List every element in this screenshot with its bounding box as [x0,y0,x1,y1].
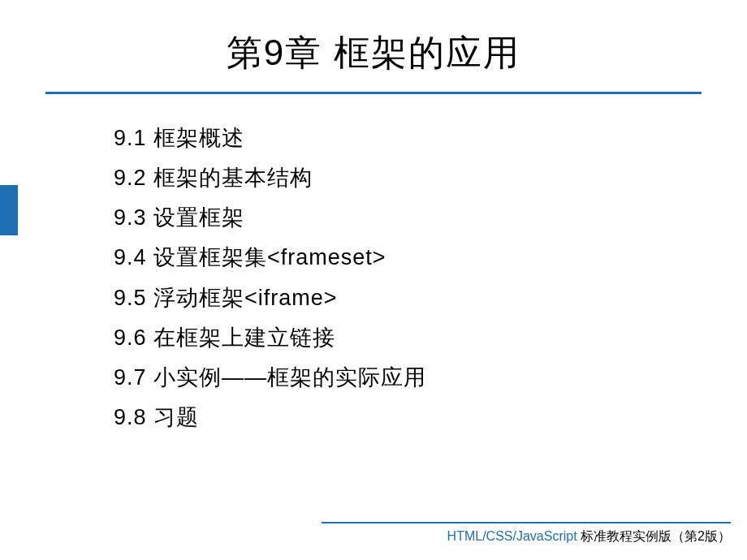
footer-text: HTML/CSS/JavaScript 标准教程实例版（第2版） [0,523,747,545]
footer-tail: 标准教程实例版（第2版） [577,529,731,543]
footer: HTML/CSS/JavaScript 标准教程实例版（第2版） [0,522,747,545]
toc-item: 9.2 框架的基本结构 [114,158,747,198]
footer-brand: HTML/CSS/JavaScript [447,529,577,543]
left-accent-bar [0,185,18,235]
toc-list: 9.1 框架概述 9.2 框架的基本结构 9.3 设置框架 9.4 设置框架集<… [0,94,747,437]
toc-item: 9.4 设置框架集<frameset> [114,238,747,278]
toc-item: 9.7 小实例——框架的实际应用 [114,358,747,398]
toc-item: 9.5 浮动框架<iframe> [114,278,747,318]
toc-item: 9.3 设置框架 [114,198,747,238]
toc-item: 9.1 框架概述 [114,118,747,158]
page-title: 第9章 框架的应用 [0,0,747,92]
toc-item: 9.6 在框架上建立链接 [114,318,747,358]
toc-item: 9.8 习题 [114,398,747,437]
